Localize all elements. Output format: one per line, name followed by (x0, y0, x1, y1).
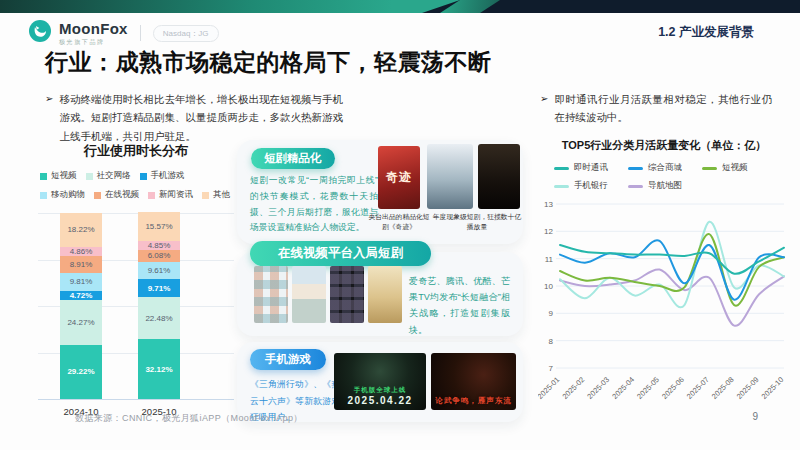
bar-segment-手机游戏: 9.71% (138, 279, 180, 297)
legend-swatch (40, 192, 47, 199)
poster2-caption: 年度现象级短剧，狂揽数十亿播放量 (431, 212, 523, 231)
game-banner-image: 手机版全球上线 2025.04.22 (334, 353, 426, 410)
x-tick-label: 2025-02 (560, 375, 586, 401)
legend-item: 在线视频 (94, 189, 139, 201)
x-tick-label: 2025-01 (538, 375, 561, 401)
x-tick-label: 2025-10 (760, 375, 786, 401)
stacked-bar-2024-10: 18.22%4.86%8.91%9.81%4.72%24.27%29.22% (60, 213, 102, 399)
legend-item: 手机游戏 (140, 170, 185, 182)
legend-item: 短视频 (40, 170, 77, 182)
bar-segment-其他: 15.57% (138, 212, 180, 241)
bullet-right-text: 即时通讯行业月活跃量相对稳定，其他行业仍在持续波动中。 (554, 90, 772, 127)
bullet-left: ➢ 移动终端使用时长相比去年增长，增长极出现在短视频与手机游戏。短剧打造精品剧集… (45, 90, 343, 145)
legend-item: 社交网络 (86, 170, 131, 182)
legend-item: 移动购物 (40, 189, 85, 201)
bar-segment-短视频: 32.12% (138, 339, 180, 399)
legend-item: 综合商城 (628, 162, 702, 174)
moonfox-logo-icon (28, 19, 52, 47)
bullet-left-text: 移动终端使用时长相比去年增长，增长极出现在短视频与手机游戏。短剧打造精品剧集、以… (59, 90, 343, 145)
game1-overlay-line1: 手机版全球上线 (354, 386, 407, 395)
line-chart-plot: 789101112132025-012025-022025-032025-042… (538, 198, 790, 426)
page-number: 9 (752, 411, 758, 422)
slide: MoonFox 极光旗下品牌 Nasdaq：JG 1.2 产业发展背景 行业：成… (0, 0, 800, 450)
legend-swatch (148, 192, 155, 199)
legend-swatch (554, 167, 569, 170)
legend-swatch (202, 192, 209, 199)
section-label: 1.2 产业发展背景 (658, 24, 754, 41)
brand-tagline: 极光旗下品牌 (59, 38, 128, 47)
x-tick-label: 2025-09 (735, 375, 761, 401)
x-tick-label: 2025-05 (635, 375, 661, 401)
card-mobile-games: 手机游戏 《三角洲行动》、《燕云十六声》等新款游戏狂吸用户。 手机版全球上线 2… (237, 342, 523, 422)
legend-item: 即时通讯 (554, 162, 628, 174)
y-tick-label: 12 (544, 227, 553, 236)
legend-swatch (628, 167, 643, 170)
top-band-teal-shape (0, 0, 460, 13)
x-tick-label: 2025-03 (585, 375, 611, 401)
line-chart-title: TOP5行业分类月活跃量变化（单位：亿） (538, 138, 790, 153)
legend-swatch (554, 185, 569, 188)
y-tick-label: 11 (545, 255, 554, 264)
y-tick-label: 7 (549, 364, 554, 373)
y-tick-label: 10 (544, 282, 553, 291)
card-video-platform-short-drama: 在线视频平台入局短剧 爱奇艺、腾讯、优酷、芒果TV均发布“长短融合”相关战略，打… (237, 252, 523, 336)
stacked-bar-2025-10: 15.57%4.85%6.08%9.61%9.71%22.48%32.12% (138, 212, 180, 399)
bar-segment-在线视频: 6.08% (138, 250, 180, 261)
legend-item: 导航地图 (628, 180, 702, 192)
card3-badge: 手机游戏 (250, 349, 326, 370)
bar-segment-移动购物: 9.81% (60, 273, 102, 291)
y-tick-label: 9 (549, 309, 554, 318)
poster1-label: 奇迹 (386, 169, 412, 186)
drama-poster-image: 奇迹 (378, 146, 420, 209)
x-tick-label: 2025-08 (710, 375, 736, 401)
bar-chart-plot: 18.22%4.86%8.91%9.81%4.72%24.27%29.22%20… (38, 214, 234, 400)
drama-poster-image (427, 144, 473, 209)
bar-segment-其他: 18.22% (60, 213, 102, 247)
bar-segment-社交网络: 22.48% (138, 297, 180, 339)
bullet-arrow-icon: ➢ (540, 90, 548, 127)
bar-segment-手机游戏: 4.72% (60, 291, 102, 300)
bar-chart-title: 行业使用时长分布 (38, 142, 234, 160)
x-tick-label: 2025-06 (660, 375, 686, 401)
game1-overlay-line2: 2025.04.22 (347, 395, 412, 406)
gridline (38, 399, 234, 400)
y-tick-label: 8 (549, 337, 554, 346)
bullet-right: ➢ 即时通讯行业月活跃量相对稳定，其他行业仍在持续波动中。 (540, 90, 772, 127)
usage-time-bar-chart: 行业使用时长分布 短视频社交网络手机游戏移动购物在线视频新闻资讯其他 18.22… (38, 142, 234, 400)
bar-segment-新闻资讯: 4.86% (60, 247, 102, 256)
legend-item: 短视频 (702, 162, 776, 174)
bar-segment-移动购物: 9.61% (138, 262, 180, 280)
app-screenshot-image (368, 266, 402, 323)
legend-swatch (702, 167, 717, 170)
app-screenshot-image (254, 266, 288, 323)
page-title: 行业：成熟市场稳定的格局下，轻震荡不断 (45, 47, 492, 78)
x-tick-label: 2025-04 (610, 375, 636, 401)
top5-mau-line-chart: TOP5行业分类月活跃量变化（单位：亿） 即时通讯综合商城短视频手机银行导航地图… (538, 138, 790, 430)
poster1-caption: 央台出品的精品化短剧《奇迹》 (366, 212, 432, 231)
bar-segment-在线视频: 8.91% (60, 256, 102, 273)
legend-item: 其他 (202, 189, 230, 201)
line-series-短视频 (560, 234, 784, 306)
legend-swatch (40, 173, 47, 180)
brand-logo: MoonFox 极光旗下品牌 Nasdaq：JG (28, 19, 219, 47)
legend-item: 手机银行 (554, 180, 628, 192)
card2-text: 爱奇艺、腾讯、优酷、芒果TV均发布“长短融合”相关战略，打造短剧集版块。 (409, 273, 510, 338)
legend-item: 新闻资讯 (148, 189, 193, 201)
card1-badge: 短剧精品化 (251, 148, 335, 169)
app-screenshot-image (330, 266, 364, 323)
bullet-arrow-icon: ➢ (45, 90, 53, 145)
brand-name: MoonFox (59, 20, 128, 37)
card1-text: 短剧一改常见“一周拍完即上线”的快节奏模式，花费数十天拍摄、三个月后期打磨，服化… (250, 173, 378, 236)
line-chart-legend: 即时通讯综合商城短视频手机银行导航地图 (554, 162, 790, 198)
bar-chart-legend: 短视频社交网络手机游戏移动购物在线视频新闻资讯其他 (38, 170, 234, 201)
card2-badge: 在线视频平台入局短剧 (250, 241, 431, 266)
drama-poster-image (478, 144, 520, 209)
app-screenshot-thumbnails (254, 266, 402, 323)
nasdaq-badge: Nasdaq：JG (153, 25, 219, 42)
data-source-note: 数据来源：CNNIC，极光月狐iAPP（MoonFox iApp） (75, 412, 303, 425)
brand-divider (140, 25, 141, 41)
bar-segment-社交网络: 24.27% (60, 300, 102, 345)
game-banner-image: 论武争鸣，雁声东流 (431, 353, 516, 410)
bar-segment-新闻资讯: 4.85% (138, 241, 180, 250)
bar-segment-短视频: 29.22% (60, 345, 102, 399)
